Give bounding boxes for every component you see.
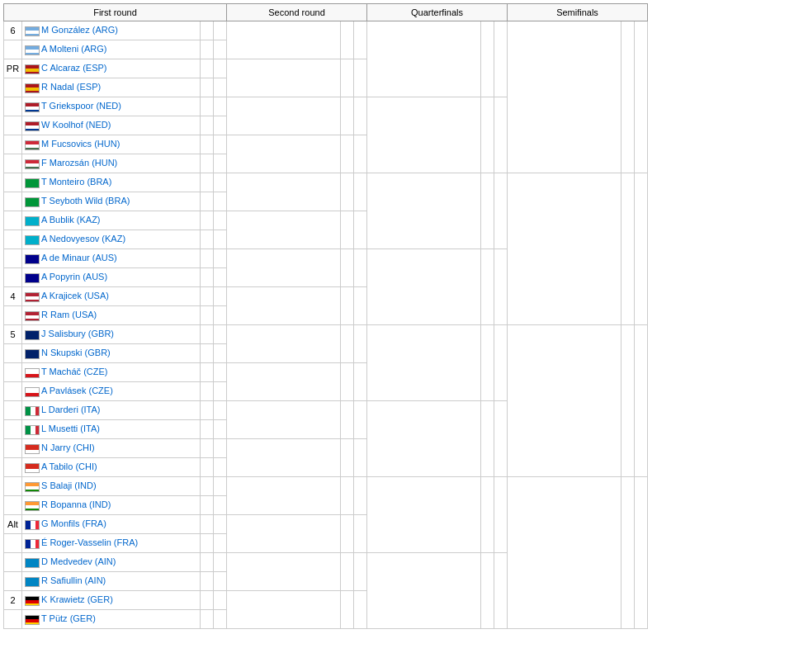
qf-score2-bot: [494, 97, 508, 173]
player-link[interactable]: W Koolhof (NED): [41, 120, 111, 130]
score1: [201, 534, 214, 553]
seed-col: [4, 572, 22, 591]
score2: [214, 268, 227, 287]
player-link[interactable]: J Salisbury (GBR): [41, 329, 114, 338]
svg-rect-6: [26, 65, 40, 69]
r2-name-bot: [227, 363, 341, 401]
svg-rect-38: [26, 369, 40, 374]
score2: [214, 610, 227, 629]
player-link[interactable]: M González (ARG): [41, 25, 118, 35]
qf-score2-bot: [494, 401, 508, 477]
player-link[interactable]: R Bopanna (IND): [41, 499, 111, 509]
seed-col: PR: [4, 59, 22, 78]
player-name-cell: A de Minaur (AUS): [22, 249, 201, 268]
player-link[interactable]: C Alcaraz (ESP): [41, 63, 106, 73]
player-link[interactable]: A Popyrin (AUS): [41, 272, 107, 282]
svg-rect-18: [26, 141, 40, 144]
bracket-row: T Monteiro (BRA): [4, 173, 648, 192]
seed-col: 6: [4, 21, 22, 40]
seed-col: [4, 496, 22, 515]
player-link[interactable]: A Molteni (ARG): [41, 44, 106, 54]
player-name-cell: D Medvedev (AIN): [22, 553, 201, 572]
player-link[interactable]: T Pütz (GER): [41, 613, 96, 623]
sf-name-bot: [508, 173, 621, 325]
r2-score1-bot: [341, 211, 354, 249]
score2: [214, 287, 227, 306]
player-link[interactable]: T Griekspoor (NED): [41, 101, 121, 111]
svg-rect-27: [26, 236, 40, 245]
score1: [201, 21, 214, 40]
seed-col: [4, 477, 22, 496]
player-name-cell: F Marozsán (HUN): [22, 154, 201, 173]
r2-score1-bot: [341, 363, 354, 401]
player-link[interactable]: R Nadal (ESP): [41, 82, 101, 92]
r2-name-top: [227, 21, 341, 59]
seed-col: [4, 135, 22, 154]
svg-rect-36: [26, 331, 40, 340]
r2-score1-bot: [341, 515, 354, 553]
r2-score2-bot: [354, 287, 367, 325]
score1: [201, 230, 214, 249]
score1: [201, 78, 214, 97]
player-link[interactable]: D Medvedev (AIN): [41, 556, 116, 566]
seed-col: [4, 154, 22, 173]
bracket-row: 6M González (ARG): [4, 21, 648, 40]
player-link[interactable]: A Bublik (KAZ): [41, 215, 101, 225]
r2-score2-bot: [354, 363, 367, 401]
score1: [201, 306, 214, 325]
svg-rect-17: [26, 129, 40, 131]
seed-col: [4, 439, 22, 458]
player-link[interactable]: L Musetti (ITA): [41, 424, 100, 433]
score1: [201, 135, 214, 154]
player-link[interactable]: S Balaji (IND): [41, 480, 97, 490]
player-link[interactable]: M Fucsovics (HUN): [41, 139, 120, 149]
player-name-cell: L Darderi (ITA): [22, 401, 201, 420]
player-link[interactable]: F Marozsán (HUN): [41, 158, 117, 168]
seed-col: [4, 230, 22, 249]
player-link[interactable]: T Macháč (CZE): [41, 367, 107, 376]
score1: [201, 59, 214, 78]
player-name-cell: É Roger-Vasselin (FRA): [22, 534, 201, 553]
score2: [214, 534, 227, 553]
player-link[interactable]: N Skupski (GBR): [41, 348, 111, 357]
svg-rect-7: [26, 69, 40, 72]
player-link[interactable]: L Darderi (ITA): [41, 405, 101, 414]
score1: [201, 40, 214, 59]
r2-name-bot: [227, 591, 341, 629]
score2: [214, 325, 227, 344]
r2-score2-top: [354, 173, 367, 211]
svg-rect-37: [26, 350, 40, 359]
sf-score2-top: [635, 325, 648, 477]
player-link[interactable]: T Seyboth Wild (BRA): [41, 196, 130, 206]
player-link[interactable]: É Roger-Vasselin (FRA): [41, 537, 138, 547]
player-link[interactable]: A Nedovyesov (KAZ): [41, 234, 125, 244]
r2-score1-top: [341, 249, 354, 287]
qf-score2-top: [494, 325, 508, 401]
player-link[interactable]: R Safiullin (AIN): [41, 575, 106, 585]
player-link[interactable]: G Monfils (FRA): [41, 518, 106, 528]
score1: [201, 610, 214, 629]
player-link[interactable]: A Tabilo (CHI): [41, 461, 97, 471]
score1: [201, 591, 214, 610]
score2: [214, 97, 227, 116]
svg-rect-54: [26, 490, 40, 492]
player-link[interactable]: N Jarry (CHI): [41, 442, 95, 452]
r2-score1-top: [341, 173, 354, 211]
qf-score1-bot: [481, 401, 494, 477]
player-link[interactable]: R Ram (USA): [41, 310, 97, 319]
qf-score1-bot: [481, 553, 494, 629]
player-link[interactable]: K Krawietz (GER): [41, 594, 113, 604]
seed-col: [4, 610, 22, 629]
player-link[interactable]: A Pavlásek (CZE): [41, 386, 113, 395]
svg-rect-44: [35, 407, 40, 416]
svg-rect-13: [26, 106, 40, 110]
r2-name-bot: [227, 439, 341, 477]
svg-rect-63: [35, 540, 40, 549]
player-name-cell: A Tabilo (CHI): [22, 458, 201, 477]
player-link[interactable]: A Krajicek (USA): [41, 291, 109, 301]
seed-col: [4, 40, 22, 59]
player-link[interactable]: T Monteiro (BRA): [41, 177, 111, 187]
player-link[interactable]: A de Minaur (AUS): [41, 253, 117, 263]
svg-rect-39: [26, 374, 40, 378]
qf-score2-top: [494, 173, 508, 249]
